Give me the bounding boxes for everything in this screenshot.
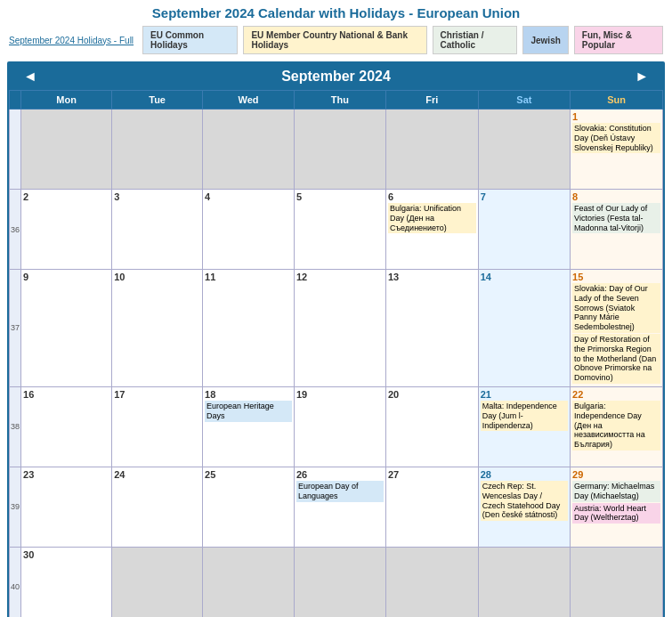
calendar-event: European Heritage Days — [205, 401, 292, 422]
calendar-day: 11 — [203, 270, 295, 387]
col-wed: Wed — [203, 91, 295, 110]
calendar-event: European Day of Languages — [296, 481, 384, 502]
calendar-day: 7 — [478, 190, 570, 270]
calendar-day — [112, 110, 203, 190]
calendar-day: 14 — [478, 270, 570, 387]
col-sat: Sat — [478, 91, 570, 110]
day-number: 18 — [205, 389, 292, 400]
day-number: 11 — [205, 272, 292, 282]
week-row: 379101112131415Slovakia: Day of Our Lady… — [10, 270, 663, 387]
week-number: 39 — [10, 467, 21, 547]
calendar-day: 15Slovakia: Day of Our Lady of the Seven… — [571, 270, 663, 387]
day-number: 1 — [572, 111, 660, 122]
week-row: 1Slovakia: Constitution Day (Deň Ústavy … — [10, 110, 663, 190]
calendar-day: 28Czech Rep: St. Wenceslas Day / Czech S… — [478, 467, 570, 547]
week-num-header — [10, 91, 21, 110]
calendar-day: 30 — [21, 547, 112, 617]
calendar-day — [478, 110, 570, 190]
col-mon: Mon — [21, 91, 112, 110]
calendar-event: Austria: World Heart Day (Weltherztag) — [572, 503, 660, 524]
day-number: 2 — [23, 191, 109, 202]
calendar-day: 16 — [21, 386, 112, 467]
calendar-day: 5 — [294, 190, 385, 270]
day-number: 13 — [388, 272, 476, 282]
calendar-day — [21, 110, 112, 190]
day-number: 15 — [572, 272, 660, 282]
calendar-header: ◄ September 2024 ► — [9, 63, 663, 90]
calendar-event: Germany: Michaelmas Day (Michaelstag) — [572, 481, 660, 502]
col-fri: Fri — [385, 91, 478, 110]
page-title: September 2024 Calendar with Holidays - … — [0, 0, 672, 22]
day-number: 21 — [481, 389, 568, 400]
week-number: 40 — [10, 547, 21, 617]
next-month-button[interactable]: ► — [626, 69, 658, 85]
calendar-day: 9 — [21, 270, 112, 387]
day-number: 22 — [572, 389, 660, 400]
calendar-day: 24 — [112, 467, 203, 547]
calendar-event: Day of Restoration of the Primorska Regi… — [572, 334, 660, 384]
day-number: 29 — [572, 469, 660, 480]
day-number: 6 — [388, 191, 476, 202]
week-row: 4030 — [10, 547, 663, 617]
day-number: 12 — [296, 272, 384, 282]
legend-jewish: Jewish — [522, 26, 568, 54]
legend-fun: Fun, Misc & Popular — [574, 26, 663, 54]
calendar-day: 22Bulgaria: Independence Day (Ден на нез… — [571, 386, 663, 467]
calendar-day: 4 — [203, 190, 295, 270]
calendar-event: Bulgaria: Unification Day (Ден на Съедин… — [388, 203, 476, 233]
calendar-day: 27 — [385, 467, 478, 547]
calendar-day: 23 — [21, 467, 112, 547]
day-number: 26 — [296, 469, 384, 480]
calendar-day: 29Germany: Michaelmas Day (Michaelstag)A… — [571, 467, 663, 547]
week-number — [10, 110, 21, 190]
day-number: 19 — [296, 389, 384, 400]
calendar-day — [385, 110, 478, 190]
week-number: 37 — [10, 270, 21, 387]
calendar-day: 26European Day of Languages — [294, 467, 385, 547]
prev-month-button[interactable]: ◄ — [14, 69, 46, 85]
legend-christian: Christian / Catholic — [433, 26, 518, 54]
day-number: 17 — [114, 389, 200, 400]
day-number: 27 — [388, 469, 476, 480]
col-thu: Thu — [294, 91, 385, 110]
calendar-day: 20 — [385, 386, 478, 467]
col-sun: Sun — [571, 91, 663, 110]
month-year-title: September 2024 — [281, 69, 391, 85]
calendar-day — [571, 547, 663, 617]
calendar-day: 8Feast of Our Lady of Victories (Festa t… — [571, 190, 663, 270]
day-number: 16 — [23, 389, 109, 400]
calendar-day — [203, 110, 295, 190]
calendar-event: Slovakia: Constitution Day (Deň Ústavy S… — [572, 123, 660, 153]
day-number: 7 — [481, 191, 568, 202]
calendar-event: Malta: Independence Day (Jum l-Indipende… — [481, 401, 568, 431]
calendar-event: Slovakia: Day of Our Lady of the Seven S… — [572, 283, 660, 333]
day-number: 8 — [572, 191, 660, 202]
day-number: 5 — [296, 191, 384, 202]
calendar-day: 2 — [21, 190, 112, 270]
calendar-day — [294, 547, 385, 617]
calendar-day: 12 — [294, 270, 385, 387]
calendar-day — [294, 110, 385, 190]
subtitle-link[interactable]: September 2024 Holidays - Full — [9, 36, 134, 45]
calendar-day: 6Bulgaria: Unification Day (Ден на Съеди… — [385, 190, 478, 270]
legend-eu: EU Common Holidays — [142, 26, 238, 54]
day-number: 3 — [114, 191, 200, 202]
calendar-event: Bulgaria: Independence Day (Ден на незав… — [572, 401, 660, 451]
week-row: 3923242526European Day of Languages2728C… — [10, 467, 663, 547]
week-number: 36 — [10, 190, 21, 270]
calendar-day: 3 — [112, 190, 203, 270]
calendar-table: Mon Tue Wed Thu Fri Sat Sun 1Slovakia: C… — [9, 90, 663, 617]
day-number: 24 — [114, 469, 200, 480]
calendar-day: 10 — [112, 270, 203, 387]
day-number: 30 — [23, 549, 109, 560]
col-tue: Tue — [112, 91, 203, 110]
legend-bank: EU Member Country National & Bank Holida… — [243, 26, 426, 54]
calendar-day — [385, 547, 478, 617]
week-row: 3623456Bulgaria: Unification Day (Ден на… — [10, 190, 663, 270]
legend-bar: September 2024 Holidays - Full EU Common… — [0, 22, 672, 58]
day-number: 23 — [23, 469, 109, 480]
day-number: 20 — [388, 389, 476, 400]
calendar-day: 21Malta: Independence Day (Jum l-Indipen… — [478, 386, 570, 467]
calendar-day: 18European Heritage Days — [203, 386, 295, 467]
calendar-day: 13 — [385, 270, 478, 387]
